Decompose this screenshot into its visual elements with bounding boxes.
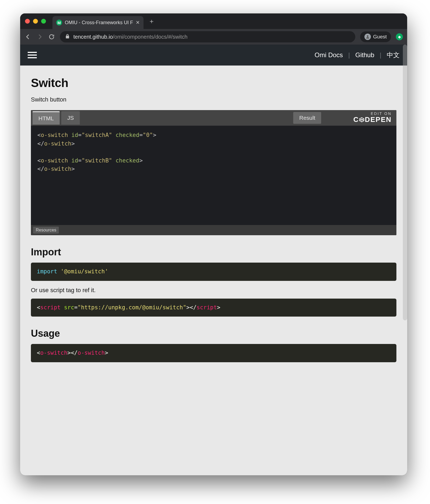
codepen-code[interactable]: <o-switch id="switchA" checked="0"> </o-… [31, 126, 396, 225]
nav-separator: | [348, 51, 350, 59]
profile-chip[interactable]: Guest [360, 31, 391, 42]
url-text: tencent.github.io/omi/components/docs/#/… [73, 34, 188, 40]
codepen-tab-html[interactable]: HTML [33, 111, 60, 125]
code-import[interactable]: import '@omiu/switch' [31, 263, 396, 281]
code-script-tag[interactable]: <script src="https://unpkg.com/@omiu/swi… [31, 299, 396, 317]
codepen-tab-js[interactable]: JS [61, 111, 80, 125]
section-usage: Usage [31, 328, 396, 339]
minimize-window-button[interactable] [33, 19, 38, 24]
codepen-brand[interactable]: EDIT ON CDEPEN [353, 112, 392, 124]
browser-titlebar: M OMIU - Cross-Frameworks UI F ✕ ＋ [20, 13, 407, 29]
browser-toolbar: tencent.github.io/omi/components/docs/#/… [20, 29, 407, 45]
codepen-tabs: HTML JS Result EDIT ON CDEPEN [31, 110, 396, 126]
site-topbar: Omi Docs | Github | 中文 [20, 45, 407, 66]
script-desc: Or use script tag to ref it. [31, 287, 396, 294]
page-title: Switch [31, 76, 396, 90]
codepen-resources-button[interactable]: Resources [33, 227, 59, 234]
page-viewport: Omi Docs | Github | 中文 Switch Switch but… [20, 45, 407, 475]
nav-link-chinese[interactable]: 中文 [387, 51, 400, 59]
lock-icon [65, 34, 70, 40]
forward-button[interactable] [36, 33, 43, 40]
reload-button[interactable] [48, 33, 55, 40]
nav-separator: | [380, 51, 381, 59]
codepen-embed: HTML JS Result EDIT ON CDEPEN <o-switch … [31, 110, 396, 235]
svg-point-0 [367, 35, 368, 37]
section-import: Import [31, 246, 396, 258]
avatar-icon [364, 34, 371, 40]
profile-label: Guest [373, 34, 387, 40]
page-content: Switch Switch button HTML JS Result EDIT… [20, 66, 407, 362]
top-nav: Omi Docs | Github | 中文 [314, 51, 400, 59]
maximize-window-button[interactable] [41, 19, 46, 24]
extension-icon[interactable]: ◆ [396, 33, 403, 40]
codepen-logo: CDEPEN [353, 116, 392, 124]
menu-icon[interactable] [28, 52, 37, 58]
code-usage[interactable]: <o-switch></o-switch> [31, 344, 396, 362]
tab-title: OMIU - Cross-Frameworks UI F [65, 20, 133, 26]
browser-tab[interactable]: M OMIU - Cross-Frameworks UI F ✕ [52, 16, 144, 29]
new-tab-button[interactable]: ＋ [148, 17, 155, 26]
close-tab-icon[interactable]: ✕ [136, 20, 140, 26]
codepen-footer: Resources [31, 225, 396, 235]
codepen-edit-label: EDIT ON [353, 112, 392, 116]
close-window-button[interactable] [25, 19, 30, 24]
page-subtitle: Switch button [31, 96, 396, 103]
back-button[interactable] [24, 33, 31, 40]
nav-link-omi-docs[interactable]: Omi Docs [314, 51, 343, 59]
codepen-tab-result[interactable]: Result [293, 112, 321, 124]
browser-window: M OMIU - Cross-Frameworks UI F ✕ ＋ tence… [20, 13, 407, 475]
window-controls [25, 19, 46, 24]
favicon-icon: M [56, 20, 62, 26]
nav-link-github[interactable]: Github [355, 51, 374, 59]
address-bar[interactable]: tencent.github.io/omi/components/docs/#/… [60, 31, 355, 42]
